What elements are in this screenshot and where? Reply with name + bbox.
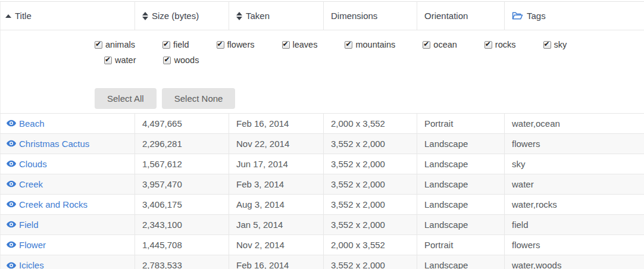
cell-taken: Feb 16, 2014 bbox=[229, 255, 324, 269]
cell-size: 1,445,708 bbox=[135, 235, 229, 255]
photo-title-link[interactable]: Creek bbox=[7, 179, 43, 189]
cell-tags: field bbox=[505, 215, 644, 235]
tag-checkbox[interactable]: woods bbox=[163, 55, 199, 65]
photo-title-link[interactable]: Beach bbox=[7, 118, 45, 129]
tag-checkbox-input[interactable] bbox=[543, 41, 551, 49]
table-row: Beach 4,497,665 Feb 16, 2014 2,000 x 3,5… bbox=[1, 114, 644, 134]
tag-checkbox-input[interactable] bbox=[484, 41, 492, 49]
photo-title-link[interactable]: Christmas Cactus bbox=[7, 139, 89, 149]
cell-size: 2,296,281 bbox=[135, 134, 229, 154]
tag-checkbox-input[interactable] bbox=[423, 41, 430, 49]
cell-title: Creek and Rocks bbox=[1, 195, 135, 215]
column-header-taken[interactable]: Taken bbox=[229, 2, 324, 30]
tag-checkbox-label: field bbox=[173, 40, 189, 49]
cell-orientation: Landscape bbox=[417, 195, 505, 215]
tag-checkbox-input[interactable] bbox=[162, 41, 170, 49]
cell-taken: Nov 22, 2014 bbox=[229, 134, 324, 154]
photo-title-link[interactable]: Icicles bbox=[7, 260, 44, 269]
tag-checkbox-row: water woods bbox=[104, 54, 644, 66]
tag-checkbox-input[interactable] bbox=[282, 41, 290, 49]
eye-icon bbox=[7, 241, 16, 248]
cell-taken: Jun 17, 2014 bbox=[229, 154, 324, 174]
cell-size: 1,567,612 bbox=[135, 154, 229, 174]
cell-title: Clouds bbox=[1, 154, 135, 174]
tag-checkbox-input[interactable] bbox=[345, 41, 352, 49]
column-label: Orientation bbox=[424, 11, 468, 21]
tag-checkbox[interactable]: flowers bbox=[217, 40, 255, 49]
cell-tags: sky bbox=[505, 154, 644, 174]
eye-icon bbox=[7, 262, 16, 269]
cell-title: Flower bbox=[1, 235, 135, 255]
photo-title-link[interactable]: Flower bbox=[7, 240, 46, 250]
tag-checkbox-input[interactable] bbox=[104, 57, 112, 64]
table-body: Beach 4,497,665 Feb 16, 2014 2,000 x 3,5… bbox=[1, 114, 644, 269]
cell-orientation: Landscape bbox=[417, 215, 505, 235]
cell-title: Christmas Cactus bbox=[1, 134, 135, 154]
photo-title: Creek bbox=[19, 179, 43, 189]
cell-title: Creek bbox=[1, 174, 135, 195]
cell-tags: water,woods bbox=[505, 255, 644, 269]
tag-checkbox-input[interactable] bbox=[163, 57, 171, 64]
tag-checkbox-label: leaves bbox=[293, 40, 318, 49]
column-header-size[interactable]: Size (bytes) bbox=[135, 2, 229, 30]
table-row: Clouds 1,567,612 Jun 17, 2014 3,552 x 2,… bbox=[1, 154, 644, 174]
tag-checkbox[interactable]: mountains bbox=[345, 40, 395, 49]
tag-checkbox-label: mountains bbox=[355, 40, 395, 49]
tag-checkbox-input[interactable] bbox=[217, 41, 224, 49]
tag-checkbox[interactable]: ocean bbox=[423, 40, 457, 49]
cell-taken: Jan 5, 2014 bbox=[229, 215, 324, 235]
tag-checkbox[interactable]: animals bbox=[95, 40, 135, 49]
photo-title-link[interactable]: Field bbox=[7, 220, 39, 230]
photo-title: Flower bbox=[19, 240, 46, 250]
cell-tags: water,ocean bbox=[505, 114, 644, 134]
column-label: Dimensions bbox=[331, 11, 377, 21]
cell-title: Beach bbox=[1, 114, 135, 134]
cell-tags: flowers bbox=[505, 134, 644, 154]
tag-checkbox-label: flowers bbox=[227, 40, 255, 49]
cell-orientation: Portrait bbox=[417, 114, 505, 134]
cell-size: 3,406,175 bbox=[135, 195, 229, 215]
column-header-title[interactable]: Title bbox=[1, 2, 135, 30]
cell-size: 2,343,100 bbox=[135, 215, 229, 235]
cell-orientation: Portrait bbox=[417, 235, 505, 255]
cell-orientation: Landscape bbox=[417, 154, 505, 174]
cell-dimensions: 3,552 x 2,000 bbox=[324, 255, 417, 269]
photo-title: Beach bbox=[19, 118, 45, 129]
cell-dimensions: 2,000 x 3,552 bbox=[324, 235, 417, 255]
cell-tags: water,rocks bbox=[505, 195, 644, 215]
eye-icon bbox=[7, 160, 16, 167]
tag-checkbox-input[interactable] bbox=[95, 41, 102, 49]
tag-checkbox[interactable]: leaves bbox=[282, 40, 318, 49]
tag-checkbox[interactable]: field bbox=[162, 40, 189, 49]
cell-taken: Nov 2, 2014 bbox=[229, 235, 324, 255]
photo-title-link[interactable]: Creek and Rocks bbox=[7, 199, 87, 209]
table-row: Field 2,343,100 Jan 5, 2014 3,552 x 2,00… bbox=[1, 215, 644, 235]
cell-dimensions: 3,552 x 2,000 bbox=[324, 134, 417, 154]
table-row: Christmas Cactus 2,296,281 Nov 22, 2014 … bbox=[1, 134, 644, 154]
photo-title-link[interactable]: Clouds bbox=[7, 159, 47, 169]
column-header-tags: Tags bbox=[505, 2, 644, 30]
sort-icon bbox=[142, 12, 148, 20]
select-all-button[interactable]: Select All bbox=[95, 88, 157, 109]
cell-title: Field bbox=[1, 215, 135, 235]
select-none-button[interactable]: Select None bbox=[162, 88, 236, 109]
table-row: Flower 1,445,708 Nov 2, 2014 2,000 x 3,5… bbox=[1, 235, 644, 255]
tag-checkbox[interactable]: water bbox=[104, 55, 136, 65]
cell-size: 4,497,665 bbox=[135, 114, 229, 134]
tag-checkbox-label: water bbox=[115, 55, 136, 65]
eye-icon bbox=[7, 140, 16, 147]
photo-title: Field bbox=[19, 220, 39, 230]
tag-checkbox[interactable]: sky bbox=[543, 40, 567, 49]
cell-dimensions: 2,000 x 3,552 bbox=[324, 114, 417, 134]
cell-orientation: Landscape bbox=[417, 174, 505, 195]
cell-orientation: Landscape bbox=[417, 134, 505, 154]
column-header-dimensions: Dimensions bbox=[324, 2, 417, 30]
tag-checkbox[interactable]: rocks bbox=[484, 40, 516, 49]
column-label: Size (bytes) bbox=[152, 11, 199, 21]
cell-tags: flowers bbox=[505, 235, 644, 255]
table-row: Creek and Rocks 3,406,175 Aug 3, 2014 3,… bbox=[1, 195, 644, 215]
sort-ascending-icon bbox=[5, 14, 11, 18]
cell-tags: water bbox=[505, 174, 644, 195]
cell-dimensions: 3,552 x 2,000 bbox=[324, 174, 417, 195]
cell-size: 2,783,533 bbox=[135, 255, 229, 269]
